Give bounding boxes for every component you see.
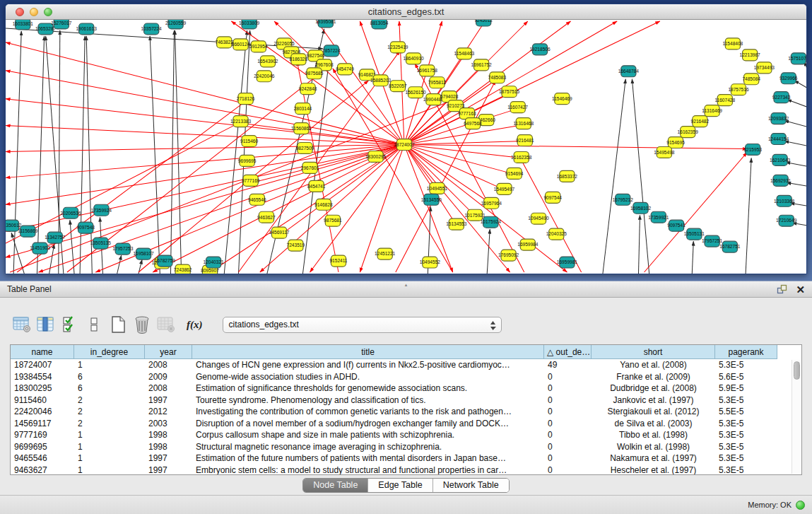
table-cell-short[interactable]: Stergiakouli et al. (2012) bbox=[592, 407, 715, 416]
graph-node[interactable]: 16033801 bbox=[13, 20, 34, 30]
graph-node[interactable]: 10357224 bbox=[141, 23, 163, 35]
table-cell-pagerank[interactable]: 5.3E-5 bbox=[715, 465, 777, 475]
graph-node[interactable]: 12093832 bbox=[768, 113, 789, 124]
graph-node[interactable]: 9115460 bbox=[240, 136, 258, 147]
graph-node[interactable]: 11607427 bbox=[507, 102, 528, 113]
graph-node[interactable]: 15134553 bbox=[446, 218, 467, 230]
graph-node[interactable]: 15495498 bbox=[654, 147, 675, 158]
table-cell-title[interactable]: Investigating the contribution of common… bbox=[192, 407, 544, 416]
graph-node[interactable]: 10175924 bbox=[481, 216, 502, 228]
select-rows-icon[interactable] bbox=[59, 314, 81, 335]
graph-node[interactable]: 9463627 bbox=[257, 211, 276, 223]
graph-edge[interactable] bbox=[86, 36, 92, 274]
network-window-titlebar[interactable]: citations_edges.txt bbox=[6, 4, 806, 20]
graph-edge[interactable] bbox=[787, 182, 806, 186]
graph-node[interactable]: 2718126 bbox=[237, 93, 255, 105]
zoom-window-button[interactable] bbox=[44, 8, 52, 16]
minimize-window-button[interactable] bbox=[30, 8, 38, 16]
graph-node[interactable]: 12451221 bbox=[375, 248, 396, 259]
table-cell-in_degree[interactable]: 1 bbox=[74, 360, 145, 370]
table-cell-name[interactable]: 9465546 bbox=[11, 453, 74, 463]
table-cell-in_degree[interactable]: 2 bbox=[74, 407, 145, 416]
import-table-icon[interactable] bbox=[155, 314, 177, 335]
graph-node[interactable]: 16958102 bbox=[630, 202, 652, 214]
table-row[interactable]: 1872400712008Changes of HCN gene express… bbox=[11, 359, 801, 371]
column-header-name[interactable]: name bbox=[11, 345, 74, 359]
table-cell-name[interactable]: 9777169 bbox=[11, 430, 74, 440]
graph-node[interactable]: 9329966 bbox=[779, 73, 798, 84]
graph-node[interactable]: 8454741 bbox=[307, 180, 326, 192]
graph-node[interactable]: 2967601 bbox=[301, 162, 319, 173]
table-row[interactable]: 977716911998Corpus callosum shape and si… bbox=[11, 429, 801, 441]
table-cell-short[interactable]: Jankovic et al. (1997) bbox=[592, 395, 715, 405]
graph-node[interactable]: 8660124 bbox=[232, 39, 250, 50]
graph-node[interactable]: 18640910 bbox=[404, 53, 425, 64]
graph-node[interactable]: 8522057 bbox=[389, 81, 407, 92]
graph-edge[interactable] bbox=[37, 36, 44, 274]
table-cell-name[interactable]: 18724007 bbox=[11, 360, 74, 370]
select-columns-icon[interactable] bbox=[35, 314, 57, 335]
graph-edge[interactable] bbox=[117, 255, 122, 274]
graph-node[interactable]: 11546469 bbox=[552, 93, 572, 105]
table-cell-out_de[interactable]: 0 bbox=[544, 372, 592, 382]
graph-node[interactable]: 10494551 bbox=[427, 182, 448, 194]
graph-node[interactable]: 12103368 bbox=[774, 195, 795, 206]
close-panel-icon[interactable]: ✕ bbox=[796, 284, 805, 295]
table-cell-pagerank[interactable]: 5.9E-5 bbox=[715, 383, 777, 393]
table-cell-name[interactable]: 9115460 bbox=[11, 395, 74, 405]
table-cell-year[interactable]: 1998 bbox=[145, 430, 192, 440]
table-cell-short[interactable]: Franke et al. (2009) bbox=[592, 372, 715, 382]
table-cell-out_de[interactable]: 0 bbox=[544, 419, 592, 428]
graph-edge[interactable] bbox=[784, 141, 806, 146]
table-row[interactable]: 969969511998Structural magnetic resonanc… bbox=[11, 441, 801, 453]
graph-node[interactable]: 2803144 bbox=[294, 103, 312, 115]
table-cell-name[interactable]: 18300295 bbox=[11, 383, 74, 393]
graph-edge[interactable] bbox=[170, 30, 174, 274]
graph-node[interactable]: 19218506 bbox=[529, 44, 551, 55]
graph-node[interactable]: 15751074 bbox=[788, 53, 806, 64]
table-cell-short[interactable]: Dudbridge et al. (2008) bbox=[592, 383, 715, 393]
graph-node[interactable]: 7485083 bbox=[488, 72, 507, 83]
table-cell-pagerank[interactable]: 5.3E-5 bbox=[715, 430, 777, 440]
graph-node[interactable]: 9699695 bbox=[238, 155, 257, 166]
column-header-year[interactable]: year bbox=[145, 345, 192, 359]
table-cell-in_degree[interactable]: 6 bbox=[74, 372, 145, 382]
graph-edge[interactable] bbox=[10, 100, 453, 272]
table-row[interactable]: 1456911722003Disruption of a novel membe… bbox=[11, 418, 801, 430]
table-cell-year[interactable]: 1997 bbox=[145, 465, 192, 475]
table-cell-year[interactable]: 2012 bbox=[145, 407, 192, 416]
graph-node[interactable]: 16959981 bbox=[557, 257, 578, 268]
graph-node[interactable]: 12040325 bbox=[546, 228, 567, 240]
graph-node[interactable]: 16543902 bbox=[257, 56, 278, 67]
graph-node[interactable]: 6497568 bbox=[464, 118, 482, 129]
table-cell-name[interactable]: 22420046 bbox=[11, 407, 74, 416]
table-cell-title[interactable]: Tourette syndrome. Phenomenology and cla… bbox=[192, 395, 544, 405]
table-row[interactable]: 1938455462009Genome-wide association stu… bbox=[11, 371, 801, 383]
graph-node[interactable]: 12325419 bbox=[387, 42, 408, 53]
table-cell-out_de[interactable]: 0 bbox=[544, 453, 592, 463]
graph-edge[interactable] bbox=[238, 30, 249, 274]
graph-node[interactable]: 15692931 bbox=[770, 175, 792, 186]
graph-edge[interactable] bbox=[150, 36, 160, 274]
graph-node[interactable]: 20206536 bbox=[60, 207, 81, 218]
graph-node[interactable]: 10494552 bbox=[420, 257, 441, 268]
graph-node[interactable]: 8454749 bbox=[336, 64, 354, 75]
graph-edge[interactable] bbox=[70, 220, 74, 274]
graph-node[interactable]: 17359924 bbox=[91, 204, 112, 216]
graph-node[interactable]: 11607428 bbox=[714, 95, 735, 106]
graph-edge[interactable] bbox=[632, 79, 649, 274]
table-cell-in_degree[interactable]: 2 bbox=[74, 419, 145, 428]
table-cell-title[interactable]: Structural magnetic resonance image aver… bbox=[192, 442, 544, 452]
graph-edge[interactable] bbox=[784, 121, 806, 127]
float-window-icon[interactable] bbox=[777, 284, 787, 295]
table-scrollbar-thumb[interactable] bbox=[794, 361, 800, 380]
graph-node[interactable]: 7955812 bbox=[428, 77, 447, 88]
table-cell-year[interactable]: 2009 bbox=[145, 372, 192, 382]
graph-node[interactable]: 5912954 bbox=[249, 41, 268, 52]
graph-node[interactable]: 10945490 bbox=[528, 213, 549, 224]
network-canvas[interactable]: 7463822866012459129542322605598275088186… bbox=[6, 20, 806, 274]
table-row[interactable]: 2242004622012Investigating the contribut… bbox=[11, 406, 801, 418]
graph-node[interactable]: 22420046 bbox=[254, 71, 275, 82]
graph-edge[interactable] bbox=[224, 30, 247, 274]
table-cell-pagerank[interactable]: 5.5E-5 bbox=[715, 407, 777, 416]
